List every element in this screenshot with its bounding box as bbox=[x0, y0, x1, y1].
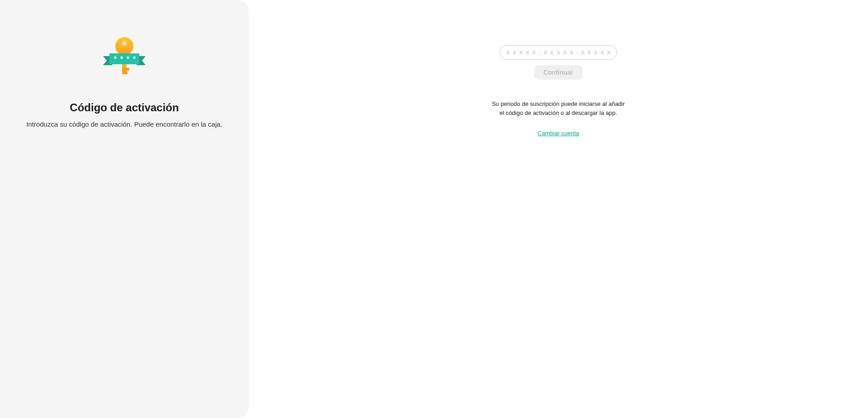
switch-account-link[interactable]: Cambiar cuenta bbox=[538, 130, 579, 137]
svg-text:*: * bbox=[120, 55, 123, 63]
subscription-info-text: Su periodo de suscripción puede iniciars… bbox=[491, 100, 626, 117]
page-title: Código de activación bbox=[70, 101, 179, 114]
svg-text:*: * bbox=[127, 55, 130, 63]
svg-point-2 bbox=[115, 37, 133, 55]
continue-button[interactable]: Continuar bbox=[534, 65, 582, 80]
activation-code-input[interactable] bbox=[500, 45, 617, 60]
activation-key-icon: * * * * bbox=[99, 36, 149, 83]
svg-text:*: * bbox=[114, 55, 117, 63]
svg-text:*: * bbox=[133, 55, 136, 63]
page-subtitle: Introduzca su código de activación. Pued… bbox=[26, 119, 222, 129]
left-panel: * * * * Código de activación Introduzca … bbox=[0, 0, 249, 418]
svg-rect-5 bbox=[122, 68, 129, 71]
svg-rect-6 bbox=[122, 71, 127, 74]
svg-point-3 bbox=[122, 41, 127, 46]
right-panel: Continuar Su periodo de suscripción pued… bbox=[249, 0, 868, 418]
activation-form: Continuar Su periodo de suscripción pued… bbox=[249, 45, 868, 137]
